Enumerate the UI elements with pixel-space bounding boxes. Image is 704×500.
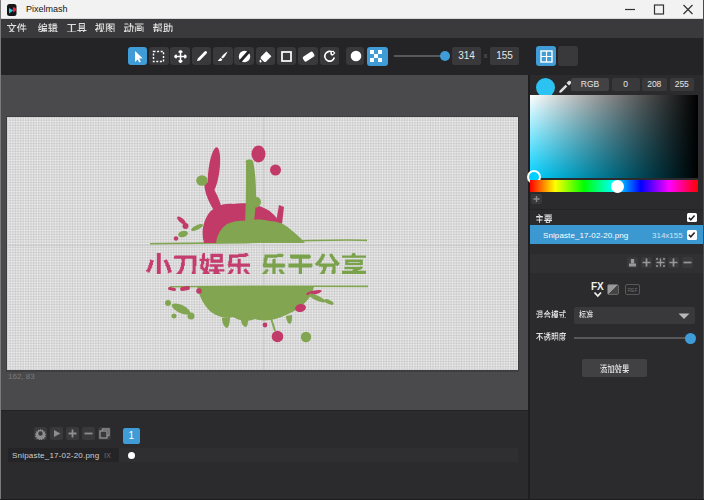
- svg-text:FX: FX: [591, 281, 604, 292]
